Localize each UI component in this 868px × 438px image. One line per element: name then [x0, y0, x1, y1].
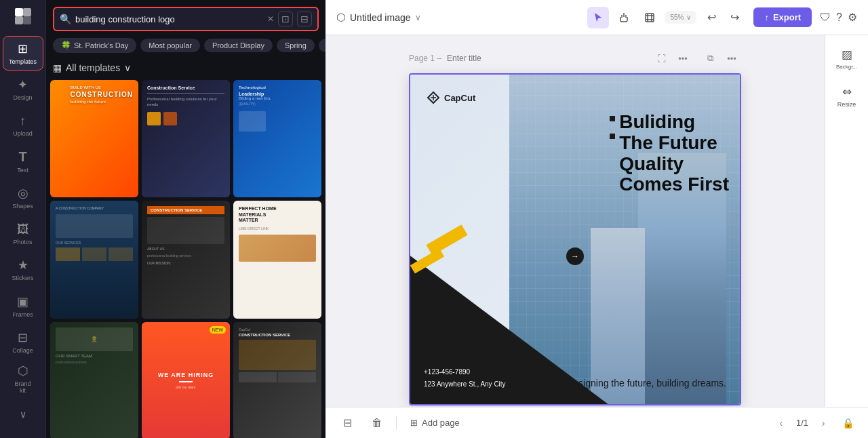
tag-more[interactable]: Pa... — [319, 39, 326, 52]
tag-product[interactable]: Product Display — [204, 39, 273, 52]
doc-icon: ⬡ — [336, 11, 346, 24]
sidebar-label-frames: Frames — [12, 311, 33, 318]
sidebar-item-brand[interactable]: ⬡ Brand kit — [3, 361, 43, 396]
svg-rect-0 — [15, 8, 23, 16]
sidebar-label-design: Design — [13, 94, 32, 101]
page-header: Page 1 – ⛶ ••• ⧉ ••• — [409, 49, 741, 68]
thumbnail-btn[interactable]: ⊟ — [336, 412, 358, 434]
sidebar-item-templates[interactable]: ⊞ Templates — [3, 36, 43, 71]
search-input[interactable] — [75, 14, 263, 24]
export-button[interactable]: ↑ Export — [753, 7, 812, 27]
design-canvas[interactable]: CapCut Buliding The — [409, 73, 741, 405]
template-item[interactable]: Construction Service Professional buildi… — [142, 80, 230, 197]
bottom-bar: ⊟ 🗑 ⊞ Add page ‹ 1/1 › 🔒 — [326, 407, 868, 438]
zoom-control[interactable]: 55% ∨ — [665, 11, 696, 24]
canvas-phone: +123-456-7890 — [424, 366, 506, 378]
undo-btn[interactable]: ↩ — [701, 7, 722, 28]
collapse-icon: ∨ — [20, 409, 26, 420]
chevron-down-icon: ∨ — [124, 62, 131, 73]
doc-title-chevron[interactable]: ∨ — [415, 13, 421, 22]
headline-line3: Quality — [619, 154, 729, 175]
page-expand-btn[interactable]: ⛶ — [652, 49, 671, 68]
tag-stpatricks[interactable]: 🍀 St. Patrick's Day — [53, 38, 136, 53]
background-panel-item[interactable]: ▨ Backgr... — [828, 41, 866, 76]
page-label: Page 1 – — [409, 54, 441, 63]
sidebar-item-upload[interactable]: ↑ Upload — [3, 108, 43, 142]
search-image-btn[interactable]: ⊡ — [278, 12, 293, 26]
template-item[interactable]: WE ARE HIRING join our team NEW — [142, 322, 230, 438]
zoom-value: 55% — [670, 14, 684, 21]
headline-line1: Buliding — [619, 112, 729, 133]
page-title-input[interactable] — [447, 54, 549, 63]
canvas-content: CapCut Buliding The — [410, 75, 740, 404]
redo-btn[interactable]: ↪ — [724, 7, 745, 28]
template-item[interactable]: CapCut CONSTRUCTION SERVICE — [233, 322, 321, 438]
zoom-chevron: ∨ — [686, 14, 691, 21]
template-item[interactable]: CONSTRUCTION SERVICE ABOUT US profession… — [142, 201, 230, 318]
shield-icon[interactable]: 🛡 — [820, 12, 831, 24]
frame-btn[interactable] — [639, 7, 660, 28]
sidebar-label-stickers: Stickers — [12, 275, 33, 281]
canvas-contact-info: +123-456-7890 123 Anywhere St., Any City — [424, 366, 506, 391]
template-item[interactable]: Technological Leadership Bilding a new E… — [233, 80, 321, 197]
delete-page-btn[interactable]: 🗑 — [366, 412, 388, 434]
headline-line4: Comes First — [619, 174, 729, 195]
page-options-btn[interactable]: ••• — [722, 49, 741, 68]
right-panel: ▨ Backgr... ⇔ Resize — [825, 35, 868, 407]
page-prev-btn[interactable]: ‹ — [772, 414, 791, 433]
doc-title-text: Untitled image — [350, 12, 411, 23]
resize-icon: ⇔ — [842, 85, 852, 99]
select-tool-btn[interactable] — [587, 7, 609, 28]
sidebar-item-text[interactable]: T Text — [3, 144, 43, 178]
doc-title[interactable]: ⬡ Untitled image ∨ — [336, 11, 421, 24]
grid-icon: ▦ — [53, 62, 62, 73]
all-templates-label: All templates — [66, 62, 120, 73]
page-more-btn[interactable]: ••• — [673, 49, 692, 68]
templates-icon: ⊞ — [18, 41, 28, 56]
collage-icon: ⊟ — [18, 330, 28, 345]
template-item[interactable]: PERFECT HOMEMATERIALSMATTER LIME DIRECT … — [233, 201, 321, 318]
template-item[interactable]: BUILD WITH US CONSTRUCTION building the … — [50, 80, 138, 197]
all-templates-bar[interactable]: ▦ All templates ∨ — [46, 58, 326, 77]
sidebar-label-photos: Photos — [13, 239, 32, 245]
search-filter-btn[interactable]: ⊟ — [297, 12, 312, 26]
page-header-actions: ⛶ ••• ⧉ ••• — [652, 49, 741, 68]
search-clear-icon[interactable]: ✕ — [267, 14, 274, 24]
svg-rect-3 — [23, 16, 31, 24]
top-bar: ⬡ Untitled image ∨ 55% — [326, 0, 868, 35]
app-logo[interactable] — [12, 5, 34, 27]
search-bar: 🔍 ✕ ⊡ ⊟ — [46, 0, 326, 35]
page-next-btn[interactable]: › — [814, 414, 833, 433]
sidebar-item-frames[interactable]: ▣ Frames — [3, 288, 43, 323]
photos-icon: 🖼 — [17, 222, 29, 237]
tag-popular[interactable]: Most popular — [140, 39, 200, 52]
sidebar-item-collapse[interactable]: ∨ — [3, 397, 43, 432]
main-area: ⬡ Untitled image ∨ 55% — [326, 0, 868, 438]
sidebar-label-text: Text — [17, 167, 28, 174]
template-item[interactable]: A CONSTRUCTION COMPANY OUR SERVICES — [50, 201, 138, 318]
templates-grid: BUILD WITH US CONSTRUCTION building the … — [50, 80, 321, 438]
lock-icon[interactable]: 🔒 — [838, 414, 857, 433]
templates-grid-container[interactable]: BUILD WITH US CONSTRUCTION building the … — [46, 77, 326, 438]
canvas-tagline-text: Designing the future, building dreams. — [566, 376, 726, 391]
canvas-container[interactable]: Page 1 – ⛶ ••• ⧉ ••• — [326, 35, 825, 407]
page-counter: 1/1 — [796, 418, 808, 428]
resize-panel-item[interactable]: ⇔ Resize — [828, 79, 866, 114]
tag-spring[interactable]: Spring — [277, 39, 315, 52]
arrow-circle[interactable]: → — [566, 247, 584, 265]
help-icon[interactable]: ? — [836, 12, 842, 24]
settings-icon[interactable]: ⚙ — [848, 11, 857, 24]
sidebar-item-collage[interactable]: ⊟ Collage — [3, 325, 43, 359]
sidebar-item-photos[interactable]: 🖼 Photos — [3, 216, 43, 251]
sidebar-item-design[interactable]: ✦ Design — [3, 72, 43, 106]
search-input-wrap[interactable]: 🔍 ✕ ⊡ ⊟ — [53, 7, 319, 31]
stickers-icon: ★ — [18, 258, 28, 273]
page-copy-btn[interactable]: ⧉ — [701, 49, 719, 68]
canvas-address: 123 Anywhere St., Any City — [424, 378, 506, 391]
sidebar-item-shapes[interactable]: ◎ Shapes — [3, 180, 43, 215]
add-page-btn[interactable]: ⊞ Add page — [405, 415, 465, 431]
template-item[interactable]: 👷 OUR SMART TEAM professional workers — [50, 322, 138, 438]
hand-tool-btn[interactable] — [613, 7, 635, 28]
sidebar-item-stickers[interactable]: ★ Stickers — [3, 252, 43, 287]
export-label: Export — [773, 12, 801, 22]
